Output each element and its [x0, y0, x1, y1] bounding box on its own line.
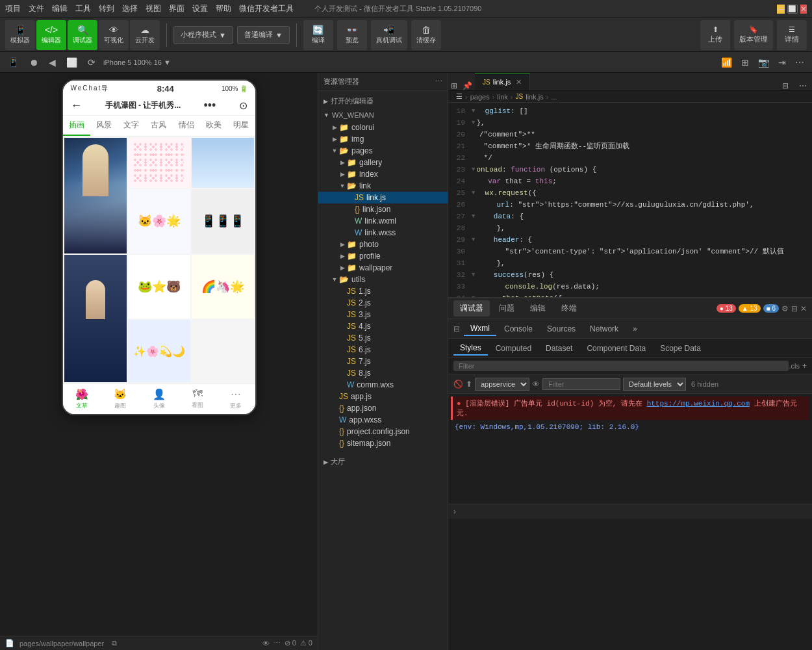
- image-cell-3[interactable]: [192, 138, 254, 188]
- more-nav-icon[interactable]: •••: [203, 99, 216, 112]
- tab-layout-toggle[interactable]: ⊞: [448, 81, 460, 90]
- fold-arrow[interactable]: ▼: [472, 164, 475, 176]
- tree-item-wallpaper[interactable]: ▶ 📁 wallpaper: [318, 262, 448, 274]
- menu-item-edit[interactable]: 编辑: [52, 3, 68, 14]
- breadcrumb-link-js[interactable]: link.js: [526, 93, 544, 101]
- details-button[interactable]: ☰ 详情: [777, 20, 807, 50]
- tree-item-utils[interactable]: ▼ 📂 utils: [318, 274, 448, 285]
- breadcrumb-pages[interactable]: pages: [470, 93, 490, 101]
- close-button[interactable]: ✕: [800, 5, 807, 14]
- tree-item-link-js[interactable]: JS link.js: [318, 192, 448, 203]
- fold-arrow[interactable]: ▼: [472, 269, 475, 281]
- wifi-icon[interactable]: 📶: [718, 56, 735, 69]
- tab-celebrity[interactable]: 明星: [227, 116, 255, 136]
- tree-item-sitemap[interactable]: {} sitemap.json: [318, 437, 448, 449]
- style-tab-styles[interactable]: Styles: [453, 341, 488, 356]
- tree-item-gallery[interactable]: ▶ 📁 gallery: [318, 157, 448, 168]
- tree-item-img[interactable]: ▶ 📁 img: [318, 133, 448, 145]
- devtools-subtab-more[interactable]: »: [626, 322, 644, 335]
- tree-item-8js[interactable]: JS 8.js: [318, 367, 448, 379]
- menu-item-file[interactable]: 文件: [29, 3, 44, 14]
- restore-button[interactable]: ⬜: [787, 5, 798, 14]
- tree-item-app-json[interactable]: {} app.json: [318, 402, 448, 414]
- image-cell-7[interactable]: 🐸⭐🐻: [128, 255, 190, 319]
- console-top-icon[interactable]: ⬆: [466, 380, 472, 389]
- eye-icon[interactable]: 👁: [262, 640, 270, 647]
- bottom-nav-avatar[interactable]: 👤 头像: [140, 387, 178, 411]
- tab-ancient[interactable]: 古风: [145, 116, 172, 136]
- image-cell-9[interactable]: ✨🌸💫🌙: [128, 320, 190, 382]
- tab-text[interactable]: 文字: [118, 116, 145, 136]
- tree-item-link[interactable]: ▼ 📂 link: [318, 180, 448, 192]
- style-tab-dataset[interactable]: Dataset: [539, 342, 579, 355]
- dock-icon[interactable]: ⇥: [776, 56, 789, 69]
- editor-tab-link-js[interactable]: JS link.js ✕: [475, 73, 530, 90]
- tree-item-4js[interactable]: JS 4.js: [318, 320, 448, 332]
- fold-arrow[interactable]: ▼: [472, 211, 475, 222]
- tab-western[interactable]: 欧美: [200, 116, 227, 136]
- menu-item-wechat[interactable]: 微信开发者工具: [239, 3, 294, 14]
- ellipsis-icon[interactable]: ⋯: [273, 639, 281, 647]
- tree-item-2js[interactable]: JS 2.js: [318, 297, 448, 309]
- tree-item-photo[interactable]: ▶ 📁 photo: [318, 239, 448, 250]
- devtools-tab-edit[interactable]: 编辑: [524, 300, 552, 317]
- fold-arrow[interactable]: ▼: [472, 187, 475, 199]
- bottom-nav-more[interactable]: ⋯ 更多: [216, 387, 255, 411]
- menu-item-select[interactable]: 选择: [122, 3, 138, 14]
- fold-arrow[interactable]: ▼: [472, 234, 475, 246]
- image-cell-8[interactable]: 🌈🦄🌟: [192, 255, 254, 319]
- menu-item-project[interactable]: 项目: [5, 3, 21, 14]
- console-filter-input[interactable]: [542, 378, 620, 390]
- record-icon[interactable]: ⏺: [27, 56, 41, 69]
- devtools-subtab-wxml[interactable]: Wxml: [464, 322, 496, 336]
- tree-item-link-json[interactable]: {} link.json: [318, 203, 448, 215]
- bottom-nav-kantu[interactable]: 🗺 看图: [178, 387, 216, 411]
- add-style-icon[interactable]: +: [802, 361, 807, 370]
- tree-item-1js[interactable]: JS 1.js: [318, 285, 448, 297]
- tree-item-pages[interactable]: ▼ 📂 pages: [318, 145, 448, 157]
- settings-icon[interactable]: ⚙: [781, 304, 789, 313]
- fold-arrow[interactable]: ▼: [472, 117, 475, 129]
- menu-item-view[interactable]: 视图: [146, 3, 161, 14]
- layout-icon2[interactable]: ⊟: [791, 304, 798, 313]
- devtools-tab-terminal[interactable]: 终端: [555, 300, 583, 317]
- bottom-path-copy-icon[interactable]: ⧉: [112, 639, 117, 647]
- compile-mode-dropdown[interactable]: 普通编译 ▼: [237, 26, 290, 44]
- more-tabs-icon[interactable]: ⋯: [794, 81, 812, 90]
- fold-arrow[interactable]: ▼: [472, 105, 475, 117]
- console-clear-icon[interactable]: 🚫: [453, 380, 463, 389]
- menu-item-tools[interactable]: 工具: [75, 3, 91, 14]
- bottom-nav-qutu[interactable]: 🐱 趣图: [101, 387, 140, 411]
- open-editors-section[interactable]: ▶ 打开的编辑器: [318, 94, 448, 109]
- style-tab-scope-data[interactable]: Scope Data: [653, 342, 707, 355]
- filter-input[interactable]: [453, 361, 789, 371]
- style-tab-computed[interactable]: Computed: [489, 342, 538, 355]
- search-nav-icon[interactable]: ⊙: [239, 99, 247, 112]
- tree-item-7js[interactable]: JS 7.js: [318, 356, 448, 367]
- upload-button[interactable]: ⬆ 上传: [700, 20, 730, 50]
- log-levels-select[interactable]: Default levels: [623, 378, 686, 391]
- phone-icon[interactable]: 📱: [5, 56, 21, 69]
- copy-icon[interactable]: ⊞: [739, 56, 752, 69]
- simulator-button[interactable]: 📱 模拟器: [5, 20, 35, 50]
- back-icon[interactable]: ◀: [46, 56, 58, 69]
- image-cell-1[interactable]: [64, 138, 127, 254]
- menu-item-goto[interactable]: 转到: [99, 3, 114, 14]
- close-devtools-icon[interactable]: ✕: [800, 304, 807, 313]
- menu-item-interface[interactable]: 界面: [169, 3, 184, 14]
- tab-close-icon[interactable]: ✕: [516, 78, 522, 86]
- appservice-select[interactable]: appservice: [475, 378, 529, 391]
- tree-item-comm-wxs[interactable]: W comm.wxs: [318, 379, 448, 391]
- preview-button[interactable]: 👓 预览: [337, 20, 367, 50]
- tree-item-app-js[interactable]: JS app.js: [318, 391, 448, 402]
- editor-button[interactable]: </> 编辑器: [36, 20, 66, 50]
- devtools-tab-debugger[interactable]: 调试器: [453, 300, 490, 317]
- clearcache-button[interactable]: 🗑 清缓存: [411, 20, 441, 50]
- tree-item-5js[interactable]: JS 5.js: [318, 332, 448, 344]
- image-cell-2[interactable]: [128, 138, 190, 188]
- home-icon[interactable]: ⬜: [64, 56, 80, 69]
- resource-manager-more[interactable]: ⋯: [435, 77, 442, 86]
- tree-item-project-config[interactable]: {} project.config.json: [318, 426, 448, 437]
- breadcrumb-link-folder[interactable]: link: [497, 93, 508, 101]
- image-cell-6[interactable]: [64, 255, 127, 383]
